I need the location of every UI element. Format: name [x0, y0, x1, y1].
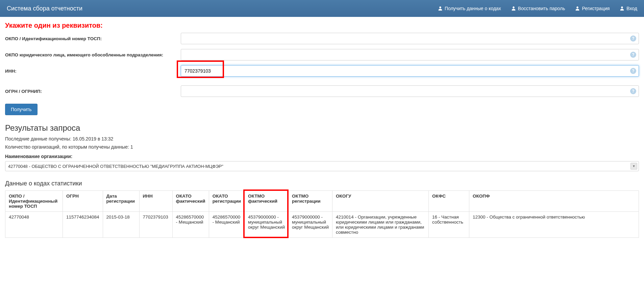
- td-okpo: 42770048: [5, 212, 63, 238]
- table-header-row: ОКПО / Идентификационный номер ТОСП ОГРН…: [5, 191, 639, 212]
- help-icon[interactable]: ?: [630, 68, 636, 74]
- help-icon[interactable]: ?: [630, 88, 636, 94]
- th-okopf: ОКОПФ: [469, 191, 639, 212]
- form-row-ogrn: ОГРН / ОГРНИП: ?: [5, 85, 639, 97]
- th-oktmo-fact: ОКТМО фактический: [245, 191, 289, 212]
- results-count: Количество организаций, по которым получ…: [5, 144, 639, 150]
- input-ogrn[interactable]: [181, 85, 639, 97]
- th-okato-fact: ОКАТО фактический: [172, 191, 209, 212]
- submit-button[interactable]: Получить: [5, 104, 38, 115]
- th-okpo: ОКПО / Идентификационный номер ТОСП: [5, 191, 63, 212]
- td-okogu: 4210014 - Организации, учрежденные юриди…: [332, 212, 429, 238]
- help-icon[interactable]: ?: [630, 52, 636, 58]
- form-row-okpo: ОКПО / Идентификационный номер ТОСП: ?: [5, 33, 639, 44]
- nav-link-get-codes[interactable]: Получить данные о кодах: [438, 6, 501, 11]
- stats-table: ОКПО / Идентификационный номер ТОСП ОГРН…: [5, 190, 639, 238]
- help-icon[interactable]: ?: [630, 35, 636, 42]
- user-icon: [511, 6, 516, 11]
- navbar: Система сбора отчетности Получить данные…: [0, 0, 644, 17]
- th-okfs: ОКФС: [429, 191, 469, 212]
- nav-link-register[interactable]: Регистрация: [575, 6, 610, 11]
- input-okpo-jur[interactable]: [181, 49, 639, 60]
- form-heading: Укажите один из реквизитов:: [5, 22, 639, 29]
- nav-link-login[interactable]: Вход: [620, 6, 637, 11]
- td-okfs: 16 - Частная собственность: [429, 212, 469, 238]
- org-label: Наименование организации:: [5, 154, 639, 159]
- app-title: Система сбора отчетности: [7, 5, 438, 12]
- results-heading: Результаты запроса: [5, 123, 639, 133]
- th-regdate: Дата регистрации: [103, 191, 139, 212]
- td-oktmo-reg: 45379000000 - муниципальный округ Мещанс…: [289, 212, 332, 238]
- nav-link-restore-password[interactable]: Восстановить пароль: [511, 6, 565, 11]
- nav-link-label: Вход: [626, 6, 637, 11]
- nav-link-label: Регистрация: [582, 6, 610, 11]
- td-regdate: 2015-03-18: [103, 212, 139, 238]
- navbar-links: Получить данные о кодах Восстановить пар…: [438, 6, 637, 11]
- input-okpo[interactable]: [181, 33, 639, 44]
- input-wrap-inn: ?: [181, 65, 639, 77]
- nav-link-label: Получить данные о кодах: [445, 6, 501, 11]
- form-row-okpo-jur: ОКПО юридического лица, имеющего обособл…: [5, 49, 639, 60]
- td-oktmo-fact: 45379000000 - муниципальный округ Мещанс…: [245, 212, 289, 238]
- label-inn: ИНН:: [5, 69, 181, 74]
- results-fetched: Последние данные получены: 16.05.2019 в …: [5, 136, 639, 142]
- th-okogu: ОКОГУ: [332, 191, 429, 212]
- label-okpo-jur: ОКПО юридического лица, имеющего обособл…: [5, 52, 181, 57]
- td-inn: 7702379103: [139, 212, 172, 238]
- th-oktmo-reg: ОКТМО регистрации: [289, 191, 332, 212]
- th-okato-reg: ОКАТО регистрации: [209, 191, 244, 212]
- org-select-value: 42770048 - ОБЩЕСТВО С ОГРАНИЧЕННОЙ ОТВЕТ…: [8, 164, 223, 169]
- user-icon: [575, 6, 580, 11]
- table-wrap: ОКПО / Идентификационный номер ТОСП ОГРН…: [5, 190, 639, 238]
- stats-heading: Данные о кодах статистики: [5, 180, 639, 187]
- org-select[interactable]: 42770048 - ОБЩЕСТВО С ОГРАНИЧЕННОЙ ОТВЕТ…: [5, 161, 639, 171]
- td-ogrn: 1157746234084: [63, 212, 103, 238]
- th-ogrn: ОГРН: [63, 191, 103, 212]
- th-inn: ИНН: [139, 191, 172, 212]
- chevron-down-icon: ▼: [630, 163, 637, 170]
- label-ogrn: ОГРН / ОГРНИП:: [5, 89, 181, 94]
- label-okpo: ОКПО / Идентификационный номер ТОСП:: [5, 36, 181, 41]
- table-row: 42770048 1157746234084 2015-03-18 770237…: [5, 212, 639, 238]
- input-wrap-okpo: ?: [181, 33, 639, 44]
- td-okato-fact: 45286570000 - Мещанский: [172, 212, 209, 238]
- main-container: Укажите один из реквизитов: ОКПО / Идент…: [0, 17, 644, 241]
- td-okopf: 12300 - Общества с ограниченной ответств…: [469, 212, 639, 238]
- form-row-inn: ИНН: ?: [5, 65, 639, 77]
- user-icon: [438, 6, 443, 11]
- td-okato-reg: 45286570000 - Мещанский: [209, 212, 244, 238]
- user-icon: [620, 6, 624, 11]
- input-wrap-okpo-jur: ?: [181, 49, 639, 60]
- nav-link-label: Восстановить пароль: [518, 6, 565, 11]
- input-inn[interactable]: [181, 65, 639, 77]
- input-wrap-ogrn: ?: [181, 85, 639, 97]
